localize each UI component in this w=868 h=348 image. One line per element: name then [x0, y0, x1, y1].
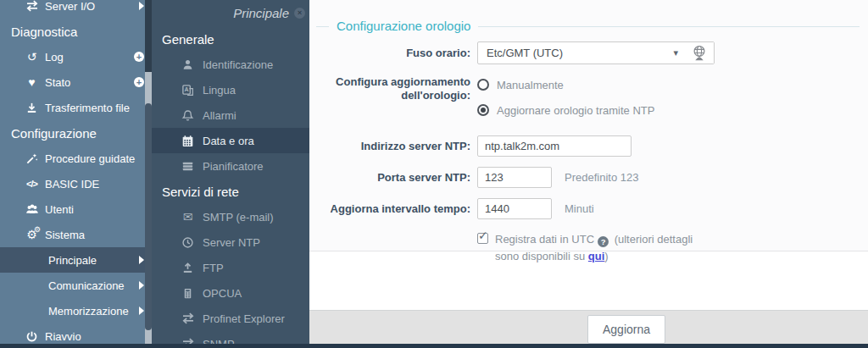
sidebar-item-label: Memorizzazione: [48, 305, 129, 318]
gear-small-icon: ⚙: [34, 225, 41, 234]
subnav-section-servizi-di-rete: Servizi di rete: [152, 179, 309, 204]
clock-config-fieldset: Configurazione orologio Fuso orario: Etc…: [316, 26, 860, 264]
subnav-item-pianificatore[interactable]: Pianificatore: [152, 153, 309, 179]
download-icon: [25, 101, 39, 114]
sidebar-item-server-io[interactable]: Server I/O: [0, 0, 152, 19]
sidebar-item-label: Sistema: [45, 229, 85, 241]
subnav-item-lingua[interactable]: A Lingua: [152, 77, 309, 102]
timezone-label: Fuso orario:: [316, 46, 470, 60]
chevron-right-icon: [139, 256, 144, 264]
subnav-item-label: FTP: [203, 262, 224, 274]
subnav-item-smtp[interactable]: ✉ SMTP (e-mail): [152, 204, 309, 229]
timezone-globe-button[interactable]: [685, 42, 714, 64]
wand-icon: [25, 152, 39, 165]
subnav-item-opcua[interactable]: OPCUA: [152, 280, 309, 306]
utc-log-label: Registra dati in UTC: [495, 233, 594, 246]
sidebar-item-label: Stato: [45, 76, 70, 89]
caret-down-icon: ▾: [673, 47, 678, 58]
help-icon[interactable]: ?: [598, 236, 609, 247]
bell-icon: [181, 108, 195, 122]
section-label: Configurazione: [11, 126, 97, 141]
subnav-item-allarmi[interactable]: Allarmi: [152, 102, 309, 128]
timezone-value: Etc/GMT (UTC): [487, 47, 673, 59]
update-button[interactable]: Aggiorna: [587, 315, 665, 344]
subnav-item-ftp[interactable]: FTP: [152, 255, 309, 280]
subnav-item-server-ntp[interactable]: Server NTP: [152, 229, 309, 255]
collapse-panel-icon[interactable]: ×: [294, 8, 305, 19]
utc-log-text: Registra dati in UTC? (ulteriori dettagl…: [495, 231, 715, 264]
subnav-item-label: Pianificatore: [203, 160, 264, 173]
utc-note-post: ): [604, 250, 608, 262]
chevron-right-icon: [139, 307, 144, 315]
sidebar-item-label: BASIC IDE: [45, 178, 99, 191]
subnav-item-profinet-explorer[interactable]: Profinet Explorer: [152, 306, 309, 331]
update-interval-row: Aggiorna intervallo tempo: Minuti: [316, 198, 860, 219]
radio-checked-icon[interactable]: [477, 104, 489, 116]
globe-icon: [691, 44, 708, 62]
sidebar-item-comunicazione[interactable]: Comunicazione: [0, 273, 152, 298]
section-label: Servizi di rete: [162, 185, 239, 199]
radio-option-ntp[interactable]: Aggiornare orologio tramite NTP: [477, 100, 654, 120]
svg-text:A: A: [185, 86, 189, 92]
timezone-select[interactable]: Etc/GMT (UTC) ▾: [478, 42, 685, 64]
sidebar-section-configurazione: Configurazione: [0, 120, 152, 146]
gears-icon: ⚙ ⚙: [25, 228, 39, 241]
sidebar-item-basic-ide[interactable]: </> BASIC IDE: [0, 171, 152, 196]
scrollbar-thumb[interactable]: [145, 103, 152, 330]
history-icon: ↺: [25, 50, 39, 64]
subnav-item-label: Identificazione: [203, 58, 273, 71]
calendar-icon: [181, 134, 195, 147]
section-label: Generale: [162, 32, 214, 47]
chevron-right-icon: [139, 2, 144, 10]
sidebar-scrollbar[interactable]: [145, 0, 152, 348]
person-icon: [181, 58, 195, 71]
update-interval-hint: Minuti: [565, 202, 594, 215]
ntp-port-input[interactable]: [477, 167, 552, 188]
details-link[interactable]: qui: [588, 250, 605, 262]
radio-option-label: Manualmente: [497, 79, 564, 91]
ntp-address-input[interactable]: [477, 135, 632, 157]
sidebar-item-log[interactable]: ↺ Log +: [0, 44, 152, 69]
timezone-select-group: Etc/GMT (UTC) ▾: [477, 41, 715, 64]
ntp-port-row: Porta server NTP: Predefinito 123: [316, 167, 860, 188]
section-title: Configurazione orologio: [329, 19, 478, 33]
bottom-border-strip: [0, 344, 868, 348]
expand-plus-icon[interactable]: +: [134, 77, 144, 87]
swap-icon: [181, 312, 195, 325]
envelope-icon: ✉: [181, 210, 195, 224]
radio-option-manual[interactable]: Manualmente: [477, 75, 654, 95]
sidebar-section-diagnostica: Diagnostica: [0, 19, 152, 44]
update-interval-label: Aggiorna intervallo tempo:: [316, 202, 470, 216]
subnav-item-label: Allarmi: [203, 109, 236, 122]
scrollbar-track[interactable]: [145, 72, 152, 348]
sidebar-item-trasferimento-file[interactable]: Trasferimento file: [0, 95, 152, 120]
sidebar-item-procedure-guidate[interactable]: Procedure guidate: [0, 146, 152, 171]
subnav-item-label: Lingua: [203, 84, 236, 97]
subnav-item-data-e-ora[interactable]: Data e ora: [152, 128, 309, 153]
sidebar-item-label: Procedure guidate: [45, 152, 135, 165]
heartbeat-icon: ♥: [25, 75, 39, 89]
upload-icon: [181, 261, 195, 274]
section-label: Diagnostica: [11, 25, 77, 39]
sidebar-item-stato[interactable]: ♥ Stato +: [0, 69, 152, 95]
utc-log-checkbox[interactable]: ✓: [477, 233, 488, 244]
radio-unchecked-icon[interactable]: [477, 79, 489, 91]
update-interval-input[interactable]: [477, 198, 552, 219]
code-icon: </>: [25, 177, 39, 191]
sidebar-item-sistema[interactable]: ⚙ ⚙ Sistema: [0, 222, 152, 247]
sidebar-item-utenti[interactable]: Utenti: [0, 196, 152, 222]
sidebar-item-label: Riavvio: [45, 330, 81, 343]
ntp-port-label: Porta server NTP:: [316, 170, 470, 185]
utc-log-row: ✓ Registra dati in UTC? (ulteriori detta…: [477, 231, 860, 264]
expand-plus-icon[interactable]: +: [134, 52, 144, 62]
sidebar-item-label: Log: [45, 51, 64, 64]
sidebar-item-label: Comunicazione: [48, 279, 125, 292]
sidebar-item-principale[interactable]: Principale: [0, 247, 152, 273]
main-sidebar: Server I/O Diagnostica ↺ Log + ♥ Stato +…: [0, 0, 152, 348]
sidebar-item-memorizzazione[interactable]: Memorizzazione: [0, 298, 152, 323]
footer-bar: Aggiorna: [309, 310, 868, 348]
sidebar-item-label: Principale: [48, 254, 97, 267]
subnav-item-identificazione[interactable]: Identificazione: [152, 52, 309, 77]
sidebar-item-label: Trasferimento file: [45, 102, 130, 114]
subnav-item-label: Profinet Explorer: [203, 312, 285, 325]
